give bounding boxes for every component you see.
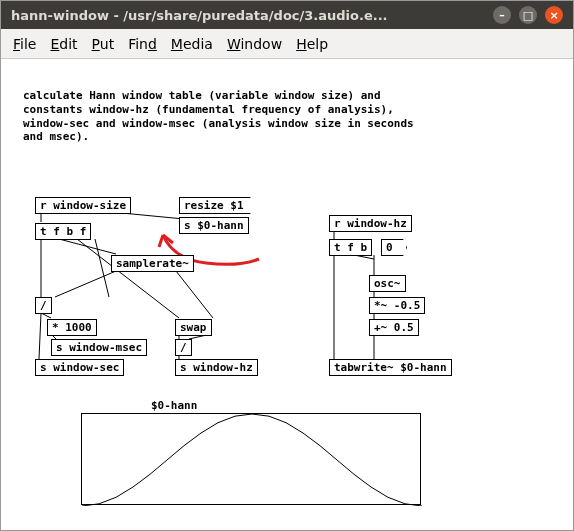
window-title: hann-window - /usr/share/puredata/doc/3.…: [11, 8, 485, 23]
obj-times-1000[interactable]: * 1000: [47, 319, 97, 336]
menu-file[interactable]: File: [13, 36, 36, 52]
obj-divide-right[interactable]: /: [175, 339, 192, 356]
menu-window[interactable]: Window: [227, 36, 282, 52]
obj-tabwrite[interactable]: tabwrite~ $0-hann: [329, 359, 452, 376]
obj-s-window-msec[interactable]: s window-msec: [51, 339, 147, 356]
graph-label: $0-hann: [151, 399, 197, 412]
svg-line-4: [77, 239, 179, 318]
obj-swap[interactable]: swap: [175, 319, 212, 336]
menu-help[interactable]: Help: [296, 36, 328, 52]
svg-line-7: [176, 271, 213, 318]
minimize-button[interactable]: –: [493, 6, 511, 24]
numbox-zero[interactable]: 0: [381, 239, 407, 256]
obj-plus-05[interactable]: +~ 0.5: [369, 319, 419, 336]
titlebar[interactable]: hann-window - /usr/share/puredata/doc/3.…: [1, 1, 573, 29]
obj-samplerate[interactable]: samplerate~: [111, 255, 194, 272]
hann-graph[interactable]: [81, 413, 421, 505]
svg-line-5: [95, 239, 109, 297]
patch-canvas[interactable]: calculate Hann window table (variable wi…: [1, 59, 573, 530]
menu-edit[interactable]: Edit: [50, 36, 77, 52]
obj-r-window-hz[interactable]: r window-hz: [329, 215, 412, 232]
svg-line-6: [55, 271, 116, 297]
menu-put[interactable]: Put: [92, 36, 115, 52]
hann-curve: [82, 414, 422, 506]
obj-divide-left[interactable]: /: [35, 297, 52, 314]
obj-tfbf[interactable]: t f b f: [35, 223, 91, 240]
menu-media[interactable]: Media: [171, 36, 213, 52]
menubar: File Edit Put Find Media Window Help: [1, 29, 573, 59]
msg-resize[interactable]: resize $1: [179, 197, 251, 214]
maximize-button[interactable]: □: [519, 6, 537, 24]
obj-s-0-hann-top[interactable]: s $0-hann: [179, 217, 249, 234]
obj-times-neg05[interactable]: *~ -0.5: [369, 297, 425, 314]
menu-find[interactable]: Find: [128, 36, 157, 52]
svg-line-9: [39, 313, 41, 359]
obj-s-window-hz[interactable]: s window-hz: [175, 359, 258, 376]
obj-s-window-sec[interactable]: s window-sec: [35, 359, 124, 376]
obj-osc[interactable]: osc~: [369, 275, 406, 292]
comment-description: calculate Hann window table (variable wi…: [23, 89, 414, 144]
obj-r-window-size[interactable]: r window-size: [35, 197, 131, 214]
app-window: hann-window - /usr/share/puredata/doc/3.…: [0, 0, 574, 531]
obj-tfb[interactable]: t f b: [329, 239, 372, 256]
svg-line-3: [59, 239, 116, 254]
close-button[interactable]: ×: [545, 6, 563, 24]
